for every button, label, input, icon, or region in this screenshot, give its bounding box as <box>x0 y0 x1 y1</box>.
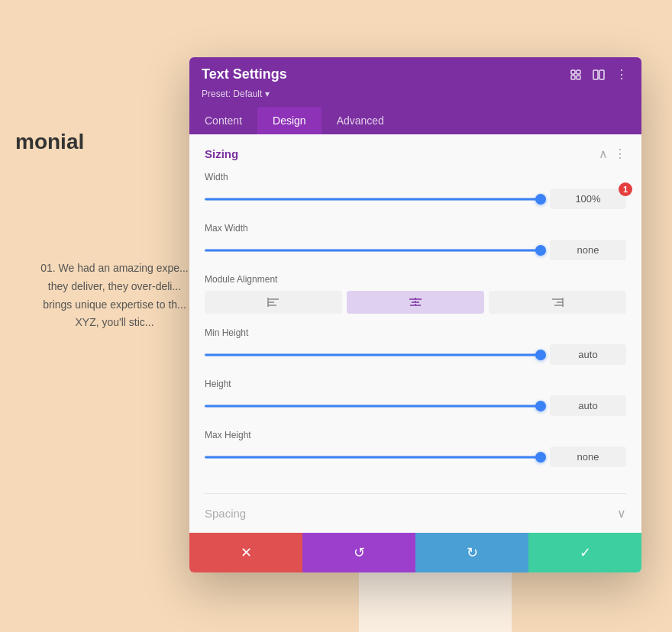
module-alignment-field: Module Alignment <box>205 274 626 314</box>
cancel-button[interactable]: ✕ <box>189 533 302 572</box>
svg-rect-0 <box>571 70 575 74</box>
max-width-field: Max Width <box>205 223 626 260</box>
width-field: Width 1 <box>205 172 626 209</box>
redo-button[interactable]: ↻ <box>415 533 528 572</box>
modal-title: Text Settings <box>202 66 287 82</box>
modal-header-icons: ⋮ <box>568 67 629 82</box>
undo-button[interactable]: ↺ <box>302 533 415 572</box>
align-center-button[interactable] <box>347 291 484 314</box>
spacing-chevron-icon: ∨ <box>617 506 626 521</box>
align-right-button[interactable] <box>489 291 626 314</box>
width-slider-row: 1 <box>205 189 626 209</box>
height-slider[interactable] <box>205 405 541 408</box>
svg-rect-5 <box>599 70 604 79</box>
max-height-slider-row <box>205 447 626 467</box>
sizing-section-icons: ∧ ⋮ <box>599 147 626 161</box>
modal-footer: ✕ ↺ ↻ ✓ <box>189 533 641 572</box>
max-width-input[interactable] <box>550 240 626 260</box>
modal-preset[interactable]: Preset: Default ▾ <box>202 89 629 107</box>
max-width-slider[interactable] <box>205 249 541 252</box>
width-label: Width <box>205 172 626 182</box>
width-badge: 1 <box>619 182 632 196</box>
testimonial-header: monial <box>15 130 84 154</box>
max-height-slider[interactable] <box>205 456 541 459</box>
tab-content[interactable]: Content <box>189 107 257 134</box>
min-height-slider-row <box>205 344 626 365</box>
tab-design[interactable]: Design <box>257 107 321 134</box>
min-height-label: Min Height <box>205 327 626 338</box>
svg-rect-1 <box>577 70 580 74</box>
sizing-title: Sizing <box>205 147 238 160</box>
max-width-fill <box>205 249 541 251</box>
width-thumb[interactable] <box>535 194 546 205</box>
max-height-fill <box>205 456 541 458</box>
alignment-options <box>205 291 626 314</box>
spacing-header: Spacing ∨ <box>205 506 626 521</box>
save-button[interactable]: ✓ <box>528 533 641 572</box>
max-height-input[interactable] <box>550 447 626 467</box>
width-input[interactable] <box>550 189 626 209</box>
module-alignment-label: Module Alignment <box>205 274 626 285</box>
height-fill <box>205 405 541 407</box>
modal-tabs: Content Design Advanced <box>189 107 641 134</box>
more-options-icon[interactable]: ⋮ <box>614 67 629 82</box>
height-field: Height <box>205 379 626 416</box>
width-slider[interactable] <box>205 198 541 201</box>
sizing-more-icon[interactable]: ⋮ <box>614 147 626 161</box>
svg-rect-4 <box>593 70 598 79</box>
sizing-section: Sizing ∧ ⋮ Width 1 <box>189 134 641 493</box>
width-fill <box>205 198 541 200</box>
width-input-wrapper: 1 <box>550 189 626 209</box>
min-height-field: Min Height <box>205 327 626 365</box>
tab-advanced[interactable]: Advanced <box>321 107 399 134</box>
height-label: Height <box>205 379 626 389</box>
sizing-header: Sizing ∧ ⋮ <box>205 147 626 161</box>
spacing-section[interactable]: Spacing ∨ <box>189 494 641 533</box>
spacing-title: Spacing <box>205 507 246 520</box>
max-width-slider-row <box>205 240 626 260</box>
modal-title-row: Text Settings ⋮ <box>202 66 629 89</box>
svg-rect-3 <box>577 76 580 79</box>
min-height-thumb[interactable] <box>535 350 546 360</box>
min-height-slider[interactable] <box>205 353 541 356</box>
min-height-fill <box>205 353 541 356</box>
split-icon[interactable] <box>591 67 606 82</box>
max-height-label: Max Height <box>205 430 626 440</box>
min-height-input[interactable] <box>550 344 626 365</box>
height-thumb[interactable] <box>535 401 546 411</box>
modal-body: Sizing ∧ ⋮ Width 1 <box>189 134 641 533</box>
max-width-thumb[interactable] <box>535 245 546 256</box>
svg-rect-2 <box>571 76 575 79</box>
max-width-label: Max Width <box>205 223 626 234</box>
max-height-field: Max Height <box>205 430 626 467</box>
text-settings-modal: Text Settings ⋮ <box>189 57 641 572</box>
modal-header: Text Settings ⋮ <box>189 57 641 107</box>
sizing-collapse-icon[interactable]: ∧ <box>599 147 608 161</box>
height-slider-row <box>205 395 626 416</box>
expand-icon[interactable] <box>568 67 583 82</box>
height-input[interactable] <box>550 395 626 416</box>
testimonial-body: 01. We had an amazing expe... they deliv… <box>15 260 214 332</box>
align-left-button[interactable] <box>205 291 342 314</box>
max-height-thumb[interactable] <box>535 452 546 463</box>
